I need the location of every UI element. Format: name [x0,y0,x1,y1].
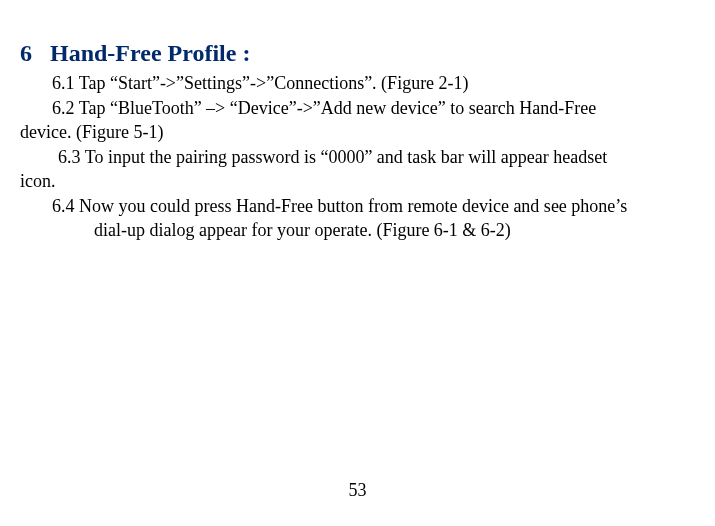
step-6-3-line1: 6.3 To input the pairing password is “00… [20,146,695,169]
heading-number: 6 [20,40,32,67]
section-heading: 6Hand-Free Profile : [20,40,695,67]
step-6-4-line1: 6.4 Now you could press Hand-Free button… [20,195,695,218]
heading-title: Hand-Free Profile : [50,40,250,66]
page-number: 53 [0,480,715,501]
document-page: 6Hand-Free Profile : 6.1 Tap “Start”->”S… [0,0,715,242]
step-6-3-line2: icon. [20,170,695,193]
step-6-2-line2: device. (Figure 5-1) [20,121,695,144]
step-6-4-line2: dial-up dialog appear for your operate. … [20,219,695,242]
step-6-2-line1: 6.2 Tap “BlueTooth” –> “Device”->”Add ne… [20,97,695,120]
step-6-1: 6.1 Tap “Start”->”Settings”->”Connection… [20,72,695,95]
